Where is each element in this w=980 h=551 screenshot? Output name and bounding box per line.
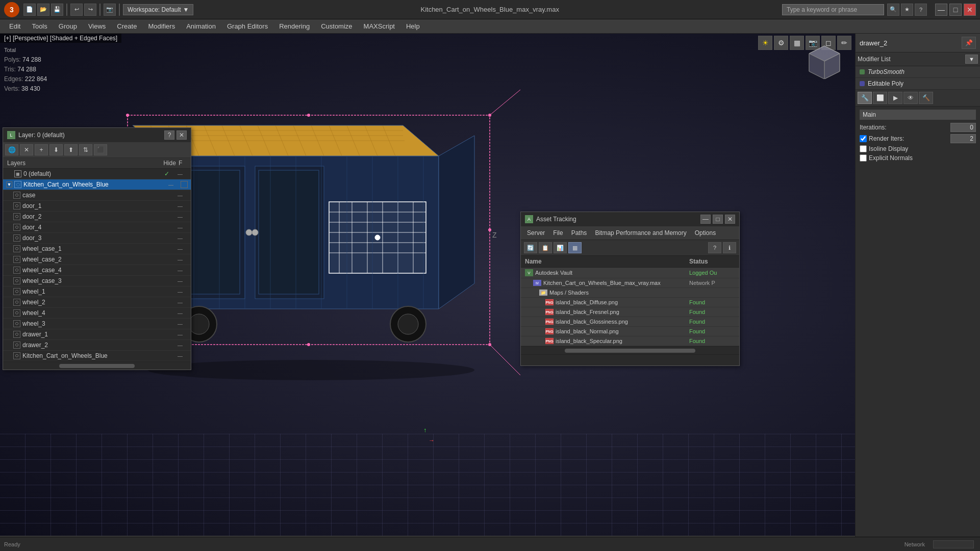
layer-list[interactable]: ▦ 0 (default) ✓ — ▼ ⬡ Kitchen_Cart_on_Wh…	[3, 169, 191, 361]
layer-item[interactable]: ⬡ door_4 —	[3, 222, 191, 233]
layer-item[interactable]: ⬡ wheel_3 —	[3, 319, 191, 329]
close-button[interactable]: ✕	[964, 4, 976, 16]
layer-item[interactable]: ⬡ wheel_case_2 —	[3, 254, 191, 265]
svg-point-27	[252, 229, 258, 235]
layer-item[interactable]: ⬡ wheel_2 —	[3, 297, 191, 308]
layer-item[interactable]: ⬡ door_3 —	[3, 233, 191, 244]
layer-item[interactable]: ⬡ wheel_case_3 —	[3, 276, 191, 286]
asset-icon-info[interactable]: ℹ	[723, 242, 736, 253]
panel-icon-hierarchy[interactable]: ⬜	[873, 92, 887, 104]
asset-row-normal[interactable]: PNG island_black_Normal.png Found	[521, 327, 739, 336]
panel-pin-icon[interactable]: 📌	[962, 37, 976, 49]
layer-btn-2[interactable]: ✕	[20, 144, 33, 155]
asset-row-diffuse[interactable]: PNG island_black_Diffuse.png Found	[521, 298, 739, 307]
save-button[interactable]: 💾	[51, 4, 63, 16]
menu-customize[interactable]: Customize	[316, 20, 357, 32]
layer-item-selected[interactable]: ▼ ⬡ Kitchen_Cart_on_Wheels_Blue —	[3, 179, 191, 190]
menu-group[interactable]: Group	[54, 20, 82, 32]
asset-row-max[interactable]: M Kitchen_Cart_on_Wheels_Blue_max_vray.m…	[521, 278, 739, 288]
modifier-list-dropdown[interactable]: ▼	[965, 55, 978, 64]
menu-graph-editors[interactable]: Graph Editors	[222, 20, 273, 32]
ts-render-iters-check[interactable]	[860, 135, 867, 142]
open-button[interactable]: 📂	[37, 4, 49, 16]
asset-row-vault[interactable]: V Autodesk Vault Logged Ou	[521, 268, 739, 278]
bookmark-icon[interactable]: ★	[901, 4, 913, 16]
layer-item[interactable]: ⬡ drawer_1 —	[3, 329, 191, 340]
menu-rendering[interactable]: Rendering	[274, 20, 315, 32]
layer-item[interactable]: ⬡ drawer_2 —	[3, 340, 191, 351]
menu-create[interactable]: Create	[112, 20, 142, 32]
panel-icon-display[interactable]: 👁	[903, 92, 918, 104]
layer-btn-4[interactable]: ⬇	[49, 144, 63, 155]
search-icon[interactable]: 🔍	[887, 4, 899, 16]
asset-icon-4[interactable]: ▦	[568, 242, 582, 253]
asset-menu-file[interactable]: File	[551, 228, 565, 238]
layer-item[interactable]: ⬡ wheel_1 —	[3, 286, 191, 297]
ts-isoline-check[interactable]	[860, 145, 867, 152]
new-button[interactable]: 📄	[23, 4, 36, 16]
ts-render-iters-input[interactable]	[950, 134, 976, 143]
asset-icon-1[interactable]: 🔄	[524, 242, 537, 253]
viewport-settings-icon[interactable]: ⚙	[774, 36, 788, 50]
layer-item[interactable]: ▦ 0 (default) ✓ —	[3, 169, 191, 179]
cube-nav[interactable]	[801, 41, 847, 82]
asset-scrollbar-h[interactable]	[521, 346, 739, 354]
menu-edit[interactable]: Edit	[4, 20, 26, 32]
layer-item[interactable]: ⬡ case —	[3, 190, 191, 201]
search-input[interactable]	[782, 4, 884, 15]
layer-subicon: ⬡	[13, 288, 20, 295]
layer-expand[interactable]: ▼	[6, 181, 12, 188]
layer-item[interactable]: ⬡ wheel_case_4 —	[3, 265, 191, 276]
asset-close-button[interactable]: ✕	[725, 215, 735, 224]
render-button[interactable]: 📷	[104, 4, 116, 16]
asset-row-folder[interactable]: 📁 Maps / Shaders	[521, 288, 739, 298]
asset-icon-3[interactable]: 📊	[554, 242, 567, 253]
modifier-turbosmooth[interactable]: TurboSmooth	[856, 66, 980, 78]
panel-icon-modifier[interactable]: 🔧	[858, 92, 872, 104]
asset-row-specular[interactable]: PNG island_black_Specular.png Found	[521, 336, 739, 346]
asset-maximize-button[interactable]: □	[713, 215, 723, 224]
layer-btn-1[interactable]: 🌐	[5, 144, 18, 155]
menu-modifiers[interactable]: Modifiers	[143, 20, 180, 32]
layer-btn-3[interactable]: +	[35, 144, 48, 155]
asset-minimize-button[interactable]: —	[700, 215, 711, 224]
layer-help-button[interactable]: ?	[164, 130, 174, 140]
asset-row-fresnel[interactable]: PNG island_black_Fresnel.png Found	[521, 307, 739, 317]
menu-animation[interactable]: Animation	[181, 20, 221, 32]
menu-tools[interactable]: Tools	[27, 20, 52, 32]
lighting-icon[interactable]: ☀	[758, 36, 772, 50]
asset-menu-bitmap[interactable]: Bitmap Performance and Memory	[593, 228, 688, 238]
undo-button[interactable]: ↩	[70, 4, 83, 16]
layer-item[interactable]: ⬡ door_2 —	[3, 212, 191, 222]
asset-menu-server[interactable]: Server	[525, 228, 547, 238]
asset-menu-paths[interactable]: Paths	[569, 228, 589, 238]
layer-btn-6[interactable]: ⇅	[79, 144, 92, 155]
asset-menu-options[interactable]: Options	[693, 228, 718, 238]
help-icon[interactable]: ?	[915, 4, 927, 16]
layer-item[interactable]: ⬡ door_1 —	[3, 201, 191, 212]
svg-point-62	[307, 114, 310, 117]
asset-row-glossiness[interactable]: PNG island_black_Glossiness.png Found	[521, 317, 739, 327]
layer-item[interactable]: ⬡ wheel_case_1 —	[3, 244, 191, 254]
layer-btn-5[interactable]: ⬆	[64, 144, 78, 155]
layer-btn-7[interactable]: ⬛	[94, 144, 107, 155]
layer-scrollbar[interactable]	[3, 361, 191, 370]
menu-help[interactable]: Help	[401, 20, 425, 32]
redo-button[interactable]: ↪	[84, 4, 96, 16]
layer-item[interactable]: ⬡ Kitchen_Cart_on_Wheels_Blue —	[3, 351, 191, 361]
asset-icon-2[interactable]: 📋	[539, 242, 552, 253]
maximize-button[interactable]: □	[949, 4, 962, 16]
modifier-editable-poly[interactable]: Editable Poly	[856, 78, 980, 90]
workspace-selector[interactable]: Workspace: Default ▼	[123, 4, 193, 15]
menu-maxscript[interactable]: MAXScript	[359, 20, 400, 32]
panel-icon-util[interactable]: 🔨	[919, 92, 933, 104]
layer-close-button[interactable]: ✕	[177, 130, 187, 140]
ts-iterations-input[interactable]	[950, 123, 976, 132]
ts-explicit-check[interactable]	[860, 154, 867, 162]
layer-dialog-controls: ? ✕	[164, 130, 187, 140]
layer-item[interactable]: ⬡ wheel_4 —	[3, 308, 191, 319]
menu-views[interactable]: Views	[83, 20, 111, 32]
panel-icon-motion[interactable]: ▶	[888, 92, 902, 104]
asset-icon-help[interactable]: ?	[708, 242, 721, 253]
minimize-button[interactable]: —	[935, 4, 947, 16]
